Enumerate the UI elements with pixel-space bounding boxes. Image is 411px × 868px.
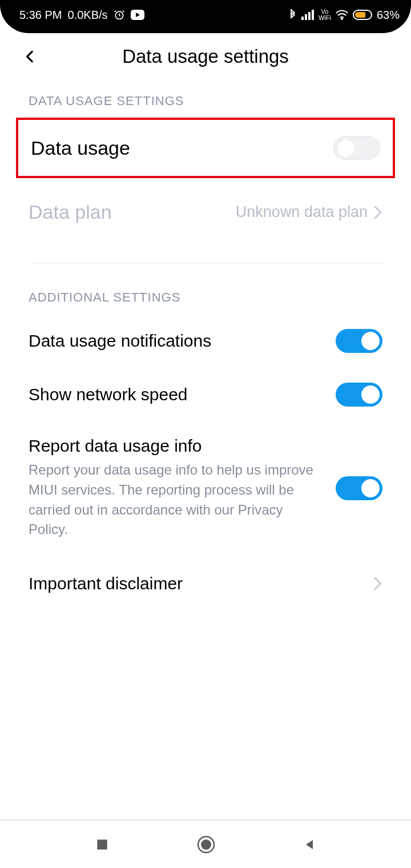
- row-disclaimer[interactable]: Important disclaimer: [0, 554, 411, 608]
- nav-recents-button[interactable]: [95, 837, 110, 852]
- app-header: Data usage settings: [0, 33, 411, 80]
- svg-point-5: [201, 839, 211, 850]
- data-plan-value: Unknown data plan: [236, 203, 368, 221]
- notifications-label: Data usage notifications: [29, 331, 322, 351]
- svg-point-2: [341, 18, 342, 19]
- disclaimer-label: Important disclaimer: [29, 574, 360, 593]
- section-header-additional: ADDITIONAL SETTINGS: [0, 264, 411, 314]
- navigation-bar: [0, 819, 411, 868]
- toggle-network-speed[interactable]: [336, 383, 382, 407]
- page-title: Data usage settings: [25, 46, 386, 67]
- battery-percentage: 63%: [377, 9, 400, 22]
- network-speed-label: Show network speed: [29, 385, 322, 404]
- youtube-icon: [131, 10, 144, 20]
- svg-rect-3: [97, 839, 107, 849]
- highlighted-data-usage-row: Data usage: [16, 118, 395, 178]
- battery-icon: [353, 10, 372, 20]
- nav-home-button[interactable]: [196, 835, 216, 854]
- bluetooth-icon: [289, 9, 297, 21]
- toggle-report[interactable]: [336, 476, 382, 500]
- alarm-icon: [114, 9, 125, 21]
- back-button[interactable]: [23, 49, 38, 64]
- row-notifications[interactable]: Data usage notifications: [0, 314, 411, 368]
- section-header-data-usage: DATA USAGE SETTINGS: [0, 80, 411, 118]
- volte-icon: VoWiFi: [319, 9, 331, 21]
- nav-back-button[interactable]: [303, 837, 316, 852]
- data-plan-label: Data plan: [29, 201, 222, 223]
- row-network-speed[interactable]: Show network speed: [0, 368, 411, 421]
- status-bar: 5:36 PM 0.0KB/s VoWiFi 63%: [0, 0, 411, 33]
- chevron-right-icon: [373, 206, 382, 219]
- toggle-notifications[interactable]: [336, 329, 382, 353]
- toggle-data-usage[interactable]: [333, 136, 380, 160]
- chevron-right-icon: [373, 577, 382, 590]
- row-data-plan[interactable]: Data plan Unknown data plan: [0, 178, 411, 246]
- report-description: Report your data usage info to help us i…: [29, 460, 322, 540]
- row-data-usage[interactable]: Data usage: [18, 120, 393, 176]
- row-report-data-usage[interactable]: Report data usage info Report your data …: [0, 421, 411, 554]
- clock: 5:36 PM: [19, 9, 62, 22]
- wifi-icon: [336, 10, 348, 20]
- report-title: Report data usage info: [29, 436, 322, 456]
- network-speed-indicator: 0.0KB/s: [67, 9, 107, 22]
- data-usage-label: Data usage: [31, 137, 320, 159]
- cellular-signal-icon: [301, 10, 314, 20]
